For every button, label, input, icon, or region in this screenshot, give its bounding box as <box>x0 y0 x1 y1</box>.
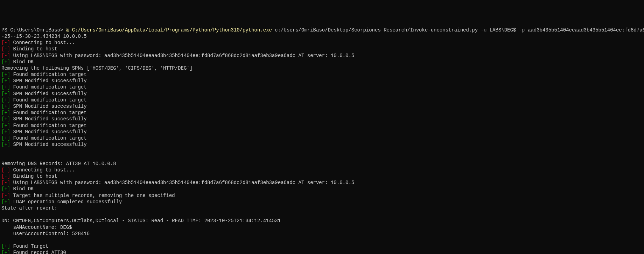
status-plus-icon: [+] <box>1 104 10 109</box>
command-line-1: PS C:\Users\OmriBaso> & C:/Users/OmriBas… <box>1 27 643 33</box>
python-exe: C:/Users/OmriBaso/AppData/Local/Programs… <box>72 27 272 33</box>
status-plus-icon: [+] <box>1 186 10 192</box>
output-line: [+] LDAP operation completed successfull… <box>1 199 643 205</box>
status-plus-icon: [+] <box>1 199 10 205</box>
output-text: Using LABS\DEG$ with password: aad3b435b… <box>10 53 354 58</box>
output-line: [-] Using LABS\DEG$ with password: aad3b… <box>1 52 643 59</box>
ps-path: C:\Users\OmriBaso <box>10 27 60 33</box>
status-plus-icon: [+] <box>1 142 10 147</box>
status-plus-icon: [+] <box>1 59 10 65</box>
output-text: LDAP operation completed successfully <box>10 199 122 205</box>
output-line: [+] SPN Modified successfully <box>1 103 643 110</box>
output-text: Found modification target <box>10 123 86 128</box>
output-line: [+] Found Target <box>1 243 643 249</box>
output-line: [+] Found modification target <box>1 84 643 90</box>
command-line-2: -25--15-30-23.434234 10.0.0.5 <box>1 33 643 40</box>
status-plus-icon: [+] <box>1 116 10 122</box>
output-line: [+] Found modification target <box>1 97 643 103</box>
output-line: [+] SPN Modified successfully <box>1 141 643 148</box>
output-text: SPN Modified successfully <box>10 142 86 147</box>
status-plus-icon: [+] <box>1 91 10 97</box>
status-plus-icon: [+] <box>1 78 10 84</box>
status-minus-icon: [-] <box>1 40 10 45</box>
status-plus-icon: [+] <box>1 135 10 141</box>
output-text: SPN Modified successfully <box>10 78 86 84</box>
output-text: SPN Modified successfully <box>10 91 86 97</box>
output-text: Found modification target <box>10 84 86 90</box>
output-line: [+] Found modification target <box>1 122 643 129</box>
amp-op: & <box>66 27 72 33</box>
output-text: SPN Modified successfully <box>10 104 86 109</box>
state-after-line: State after revert: <box>1 205 643 211</box>
output-line: [+] Found modification target <box>1 135 643 141</box>
removing-spns-line: Removeing the following SPNs ['HOST/DEG'… <box>1 65 643 71</box>
status-minus-icon: [-] <box>1 167 10 173</box>
ps-prefix: PS <box>1 27 10 33</box>
status-minus-icon: [-] <box>1 174 10 179</box>
output-line: [-] Using LABS\DEG$ with password: aad3b… <box>1 179 643 186</box>
output-line: [+] Found record ATT30 <box>1 249 643 254</box>
output-line: [+] SPN Modified successfully <box>1 129 643 135</box>
output-text: SPN Modified successfully <box>10 116 86 122</box>
blank-line <box>1 154 643 161</box>
status-minus-icon: [-] <box>1 193 10 198</box>
output-line: [+] Found modification target <box>1 71 643 78</box>
output-line: [-] Binding to host <box>1 173 643 179</box>
status-minus-icon: [-] <box>1 46 10 52</box>
blank-line <box>1 148 643 154</box>
output-text: Found modification target <box>10 135 86 141</box>
flag-u: -u <box>478 27 490 33</box>
output-text: Found modification target <box>10 72 86 77</box>
status-minus-icon: [-] <box>1 180 10 185</box>
output-line: [+] Bind OK <box>1 186 643 192</box>
output-line: [+] SPN Modified successfully <box>1 91 643 97</box>
sam-line: sAMAccountName: DEG$ <box>1 224 643 231</box>
output-line: [-] Binding to host <box>1 46 643 52</box>
output-text: Found modification target <box>10 97 86 103</box>
output-line: [-] Connecting to host... <box>1 167 643 173</box>
flag-p: -p <box>516 27 528 33</box>
status-plus-icon: [+] <box>1 129 10 135</box>
script-path: c:/Users/OmriBaso/Desktop/Scorpiones_Res… <box>272 27 478 33</box>
blank-line <box>1 211 643 218</box>
status-plus-icon: [+] <box>1 244 10 249</box>
output-line: [+] Bind OK <box>1 59 643 65</box>
status-plus-icon: [+] <box>1 72 10 77</box>
status-plus-icon: [+] <box>1 84 10 90</box>
arg-u: LABS\DEG$ <box>490 27 516 33</box>
status-plus-icon: [+] <box>1 123 10 128</box>
status-plus-icon: [+] <box>1 97 10 103</box>
output-line: [+] SPN Modified successfully <box>1 116 643 122</box>
output-text: Connecting to host... <box>10 167 75 173</box>
output-line: [-] Target has multiple records, removin… <box>1 192 643 199</box>
uac-line: userAccountControl: 528416 <box>1 231 643 237</box>
output-line: [+] Found modification target <box>1 110 643 116</box>
output-line: [-] Connecting to host... <box>1 40 643 46</box>
output-text: Binding to host <box>10 174 57 179</box>
blank-line <box>1 237 643 243</box>
dn-line: DN: CN=DEG,CN=Computers,DC=labs,DC=local… <box>1 218 643 224</box>
terminal-output[interactable]: PS C:\Users\OmriBaso> & C:/Users/OmriBas… <box>1 27 643 254</box>
status-plus-icon: [+] <box>1 110 10 115</box>
output-text: Using LABS\DEG$ with password: aad3b435b… <box>10 180 354 185</box>
output-text: Bind OK <box>10 59 34 65</box>
output-text: Found modification target <box>10 110 86 115</box>
output-line: [+] SPN Modified successfully <box>1 78 643 84</box>
output-text: SPN Modified successfully <box>10 129 86 135</box>
ps-gt: > <box>60 27 66 33</box>
output-text: Target has multiple records, removing th… <box>10 193 175 198</box>
output-text: Binding to host <box>10 46 57 52</box>
removing-dns-line: Removing DNS Records: ATT30 AT 10.0.0.8 <box>1 161 643 167</box>
output-text: Found Target <box>10 244 48 249</box>
status-plus-icon: [+] <box>1 250 10 254</box>
output-text: Found record ATT30 <box>10 250 66 254</box>
status-minus-icon: [-] <box>1 53 10 58</box>
output-text: Connecting to host... <box>10 40 75 45</box>
arg-p: aad3b435b51404eeaad3b435b51404ee:fd8d7a6… <box>528 27 644 33</box>
output-text: Bind OK <box>10 186 34 192</box>
